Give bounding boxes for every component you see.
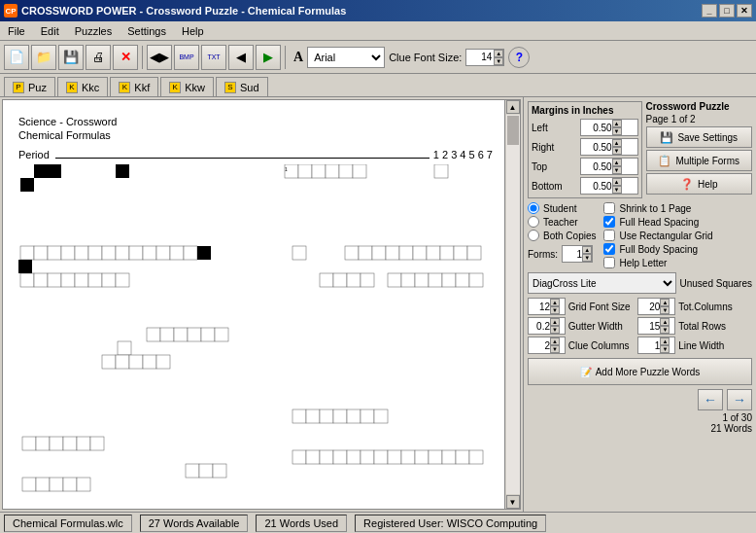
font-selector[interactable]: Arial (307, 47, 385, 68)
grid-font-up[interactable]: ▲ (550, 299, 560, 306)
gutter-down[interactable]: ▼ (550, 326, 560, 334)
cb-body-input[interactable] (603, 243, 615, 255)
minimize-button[interactable]: _ (702, 4, 717, 18)
svg-rect-47 (467, 246, 481, 260)
line-width-spinners: ▲ ▼ (660, 338, 670, 353)
clue-cols-input[interactable] (529, 338, 550, 353)
back-button[interactable]: ◀▶ (147, 45, 172, 70)
new-button[interactable]: 📄 (4, 45, 29, 70)
nav-right-button[interactable]: → (727, 389, 752, 410)
status-words-avail: 27 Words Available (140, 515, 249, 532)
svg-rect-43 (413, 246, 427, 260)
radio-both-input[interactable] (528, 230, 539, 241)
stop-button[interactable]: ✕ (113, 45, 138, 70)
save-toolbar-button[interactable]: 💾 (58, 45, 84, 70)
bmp-button[interactable]: BMP (174, 45, 199, 70)
margin-right-down[interactable]: ▼ (612, 147, 622, 155)
cb-help-label: Help Letter (619, 258, 667, 268)
margin-right-input[interactable] (581, 139, 612, 155)
radio-teacher-input[interactable] (528, 216, 539, 228)
sud-icon: S (224, 82, 236, 93)
total-rows-input[interactable] (638, 318, 660, 334)
scroll-track[interactable] (506, 115, 520, 494)
help-button[interactable]: ❓ Help (646, 173, 753, 195)
cb-shrink-input[interactable] (603, 202, 615, 214)
clue-cols-down[interactable]: ▼ (550, 345, 560, 353)
margin-left-up[interactable]: ▲ (612, 120, 622, 127)
menu-edit[interactable]: Edit (37, 23, 63, 39)
svg-rect-20 (129, 246, 143, 260)
scroll-up-button[interactable]: ▲ (506, 100, 520, 114)
svg-rect-104 (456, 450, 469, 464)
margin-left-input[interactable] (581, 120, 612, 135)
tot-cols-input[interactable] (638, 299, 660, 314)
tab-sud[interactable]: S Sud (216, 77, 268, 96)
scroll-thumb[interactable] (507, 116, 519, 145)
txt-button[interactable]: TXT (201, 45, 226, 70)
print-button[interactable]: 🖨 (86, 45, 111, 70)
next-button[interactable]: ▶ (256, 45, 281, 70)
add-puzzle-words-button[interactable]: 📝 Add More Puzzle Words (528, 358, 752, 385)
margin-top-input[interactable] (581, 159, 612, 174)
cb-help-input[interactable] (603, 257, 615, 268)
tot-cols-up[interactable]: ▲ (660, 299, 670, 306)
tab-kkf[interactable]: K Kkf (110, 77, 158, 96)
prev-button[interactable]: ◀ (228, 45, 254, 70)
puzzle-scrollbar[interactable]: ▲ ▼ (504, 100, 520, 509)
menu-settings[interactable]: Settings (123, 23, 170, 39)
multiple-forms-button[interactable]: 📋 Multiple Forms (646, 150, 753, 171)
tab-kkw[interactable]: K Kkw (160, 77, 214, 96)
margin-right-up[interactable]: ▲ (612, 139, 622, 147)
scroll-down-button[interactable]: ▼ (506, 495, 520, 509)
cb-rect-input[interactable] (603, 230, 615, 241)
forms-down[interactable]: ▼ (582, 254, 592, 262)
clue-font-size-input[interactable] (466, 50, 494, 65)
margin-left-down[interactable]: ▼ (612, 127, 622, 135)
tab-puz[interactable]: P Puz (4, 77, 55, 96)
line-width-wrap: ▲ ▼ (637, 337, 675, 354)
total-rows-up[interactable]: ▲ (660, 318, 670, 326)
margin-top-up[interactable]: ▲ (612, 159, 622, 166)
forms-up[interactable]: ▲ (582, 246, 592, 254)
help-icon: ❓ (680, 178, 694, 191)
line-width-up[interactable]: ▲ (660, 338, 670, 345)
margin-bottom-input[interactable] (581, 178, 612, 194)
title-bar: CP CROSSWORD POWER - Crossword Puzzle - … (0, 0, 756, 21)
tot-cols-down[interactable]: ▼ (660, 306, 670, 314)
clue-cols-up[interactable]: ▲ (550, 338, 560, 345)
forms-input[interactable] (563, 246, 582, 262)
gutter-up[interactable]: ▲ (550, 318, 560, 326)
save-settings-button[interactable]: 💾 Save Settings (646, 126, 753, 148)
menu-puzzles[interactable]: Puzzles (71, 23, 117, 39)
menu-file[interactable]: File (4, 23, 29, 39)
line-width-down[interactable]: ▼ (660, 345, 670, 353)
radio-student-input[interactable] (528, 202, 539, 214)
margin-bottom-down[interactable]: ▼ (612, 186, 622, 194)
open-button[interactable]: 📁 (31, 45, 56, 70)
gutter-input[interactable] (529, 318, 550, 334)
sep1 (142, 46, 143, 69)
svg-rect-92 (292, 450, 306, 464)
puzzle-section-title: Crossword Puzzle (646, 101, 753, 112)
margin-top-down[interactable]: ▼ (612, 166, 622, 174)
maximize-button[interactable]: □ (719, 4, 735, 18)
help-circle-button[interactable]: ? (508, 47, 530, 68)
page-info-1: 1 of 30 (528, 412, 752, 423)
close-button[interactable]: ✕ (737, 4, 752, 18)
cb-rect: Use Rectangular Grid (603, 230, 712, 241)
cb-head-input[interactable] (603, 216, 615, 228)
margin-bottom-up[interactable]: ▲ (612, 178, 622, 186)
grid-font-input[interactable] (529, 299, 550, 314)
clue-font-spinners: ▲ ▼ (494, 50, 503, 65)
nav-left-button[interactable]: ← (698, 389, 723, 410)
tab-kkc[interactable]: K Kkc (57, 77, 108, 96)
svg-rect-73 (129, 355, 143, 369)
diag-font-selector[interactable]: DiagCross Lite (528, 272, 676, 294)
grid-font-down[interactable]: ▼ (550, 306, 560, 314)
line-width-input[interactable] (638, 338, 660, 353)
menu-help[interactable]: Help (178, 23, 208, 39)
clue-font-down[interactable]: ▼ (494, 57, 503, 65)
total-rows-down[interactable]: ▼ (660, 326, 670, 334)
clue-font-up[interactable]: ▲ (494, 50, 503, 57)
svg-rect-11 (20, 246, 34, 260)
